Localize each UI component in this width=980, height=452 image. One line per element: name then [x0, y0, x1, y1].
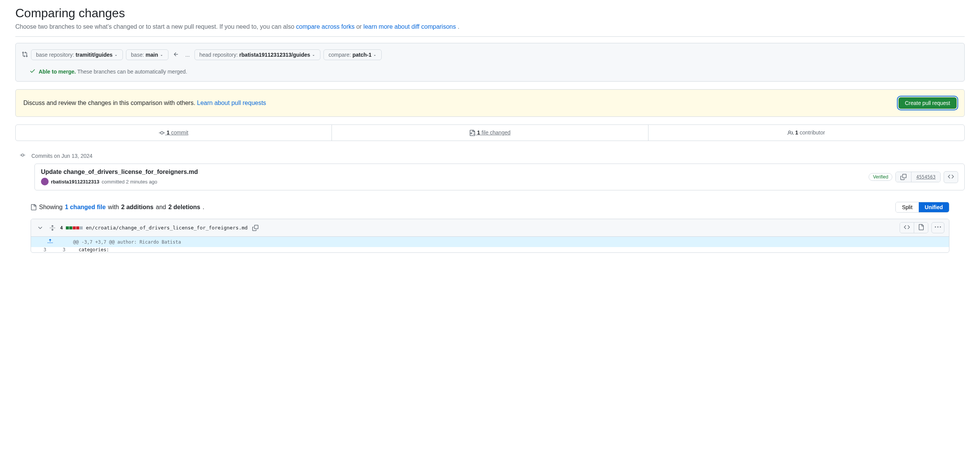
copy-path-button[interactable]	[251, 223, 260, 233]
commit-icon	[159, 130, 165, 136]
deletions-text: 2 deletions	[168, 204, 201, 211]
head-repo-selector[interactable]: head repository: rbatista19112312313/gui…	[194, 49, 321, 60]
compare-branch-selector[interactable]: compare: patch-1	[323, 49, 382, 60]
code-cell: categories:	[69, 247, 949, 252]
diff-bars	[66, 226, 83, 229]
commits-header: Commits on Jun 13, 2024	[20, 152, 965, 159]
with-text: with	[108, 204, 119, 211]
verified-badge[interactable]: Verified	[869, 173, 892, 181]
rendered-view-button[interactable]	[914, 223, 928, 233]
dropdown-icon	[114, 53, 118, 57]
file-diff: 4 en/croatia/change_of_drivers_license_f…	[31, 219, 949, 253]
changed-file-link[interactable]: 1 changed file	[65, 204, 106, 211]
kebab-icon	[935, 224, 941, 230]
learn-pr-link[interactable]: Learn about pull requests	[197, 100, 266, 106]
check-icon	[29, 68, 36, 75]
create-pr-button[interactable]: Create pull request	[898, 97, 957, 109]
base-value: main	[145, 52, 158, 58]
file-summary: Showing 1 changed file with 2 additions …	[31, 202, 949, 213]
compare-box: base repository: tramitit/guides base: m…	[15, 43, 965, 82]
commit-item: Update change_of_drivers_license_for_for…	[34, 164, 965, 190]
head-repo-value: rbatista19112312313/guides	[239, 52, 310, 58]
commit-timeline-icon	[20, 152, 25, 159]
commit-author-link[interactable]: rbatista19112312313	[51, 179, 100, 185]
code-icon	[904, 224, 910, 230]
expand-hunk-button[interactable]	[31, 237, 69, 247]
stat-commits[interactable]: 1 commit	[16, 125, 332, 141]
ellipsis-separator: ...	[184, 52, 191, 58]
dropdown-icon	[373, 53, 377, 57]
avatar[interactable]	[41, 178, 49, 185]
view-toggle: Split Unified	[895, 202, 949, 213]
hunk-info: @@ -3,7 +3,7 @@ author: Ricardo Batista	[69, 237, 949, 247]
diff-line: 3 3 categories:	[31, 247, 949, 252]
people-icon	[787, 130, 794, 136]
old-line-num[interactable]: 3	[31, 247, 50, 252]
file-diff-icon	[469, 130, 475, 136]
stat-contributors: 1 contributor	[648, 125, 964, 141]
learn-more-link[interactable]: learn more about diff comparisons	[363, 23, 456, 30]
contributors-count: 1	[795, 129, 798, 136]
merge-desc: These branches can be automatically merg…	[77, 69, 187, 75]
base-branch-selector[interactable]: base: main	[126, 49, 168, 60]
unified-view-button[interactable]: Unified	[919, 202, 949, 212]
collapse-file-button[interactable]	[36, 223, 45, 233]
commits-count: 1	[167, 129, 170, 136]
source-view-button[interactable]	[900, 223, 914, 233]
subtitle-middle: or	[356, 23, 364, 30]
discuss-box: Discuss and review the changes in this c…	[15, 89, 965, 117]
git-compare-icon	[22, 51, 28, 59]
stats-bar: 1 commit 1 file changed 1 contributor	[15, 124, 965, 141]
commits-date: Commits on Jun 13, 2024	[31, 153, 93, 159]
file-path-link[interactable]: en/croatia/change_of_drivers_license_for…	[86, 225, 248, 231]
subtitle-text: Choose two branches to see what's change…	[15, 23, 296, 30]
code-icon	[948, 174, 954, 180]
compare-value: patch-1	[353, 52, 372, 58]
dropdown-icon	[160, 53, 163, 57]
base-repo-label: base repository:	[36, 52, 74, 58]
file-diff-icon	[31, 204, 37, 210]
diff-count: 4	[60, 225, 63, 231]
commit-hash-group: 4554563	[895, 172, 941, 182]
page-title: Comparing changes	[15, 6, 965, 20]
copy-icon	[252, 225, 258, 231]
file-view-group	[900, 222, 928, 233]
commit-hash-link[interactable]: 4554563	[911, 172, 940, 182]
files-label: file changed	[482, 129, 511, 136]
contributors-label: contributor	[800, 129, 825, 136]
discuss-prefix: Discuss and review the changes in this c…	[23, 100, 197, 106]
stat-files[interactable]: 1 file changed	[332, 125, 648, 141]
expand-up-icon	[47, 238, 53, 244]
split-view-button[interactable]: Split	[896, 202, 918, 212]
commit-title-link[interactable]: Update change_of_drivers_license_for_for…	[41, 169, 198, 175]
files-count: 1	[477, 129, 480, 136]
merge-status: Able to merge. These branches can be aut…	[22, 66, 958, 75]
diff-table: @@ -3,7 +3,7 @@ author: Ricardo Batista …	[31, 237, 949, 252]
browse-code-button[interactable]	[944, 171, 958, 183]
chevron-down-icon	[37, 225, 43, 231]
file-options-button[interactable]	[931, 222, 944, 233]
period: .	[203, 204, 204, 211]
expand-all-button[interactable]	[48, 223, 57, 233]
dropdown-icon	[312, 53, 315, 57]
base-repo-selector[interactable]: base repository: tramitit/guides	[31, 49, 123, 60]
diff-hunk-header: @@ -3,7 +3,7 @@ author: Ricardo Batista	[31, 237, 949, 247]
file-icon	[918, 224, 924, 230]
file-header: 4 en/croatia/change_of_drivers_license_f…	[31, 219, 949, 237]
and-text: and	[156, 204, 166, 211]
additions-text: 2 additions	[121, 204, 154, 211]
base-label: base:	[131, 52, 144, 58]
compare-label: compare:	[328, 52, 351, 58]
unfold-icon	[49, 225, 56, 231]
copy-icon	[900, 174, 906, 180]
merge-able: Able to merge.	[39, 69, 76, 75]
changed-file-text: 1 changed file	[65, 204, 106, 210]
subtitle-suffix: .	[457, 23, 459, 30]
new-line-num[interactable]: 3	[50, 247, 69, 252]
discuss-text: Discuss and review the changes in this c…	[23, 100, 266, 106]
copy-hash-button[interactable]	[896, 172, 911, 182]
base-repo-value: tramitit/guides	[76, 52, 113, 58]
compare-forks-link[interactable]: compare across forks	[296, 23, 354, 30]
commit-time: committed 2 minutes ago	[102, 179, 157, 185]
showing-text: Showing	[39, 204, 62, 211]
